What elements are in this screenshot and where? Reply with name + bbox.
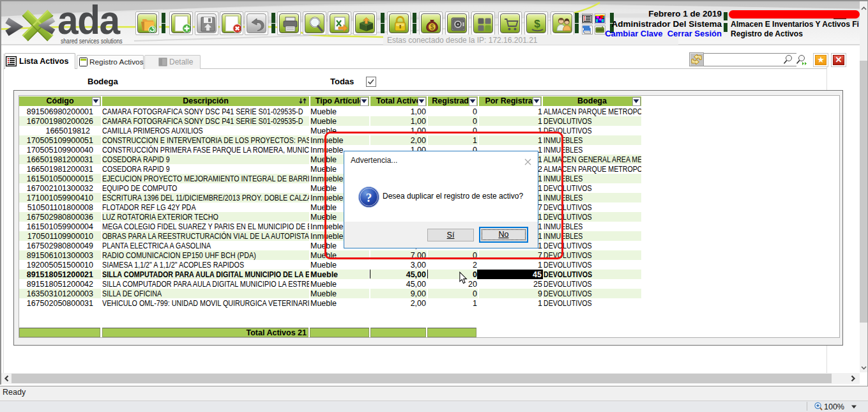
svg-text:$: $ — [430, 24, 434, 31]
svg-text:?: ? — [366, 191, 372, 204]
